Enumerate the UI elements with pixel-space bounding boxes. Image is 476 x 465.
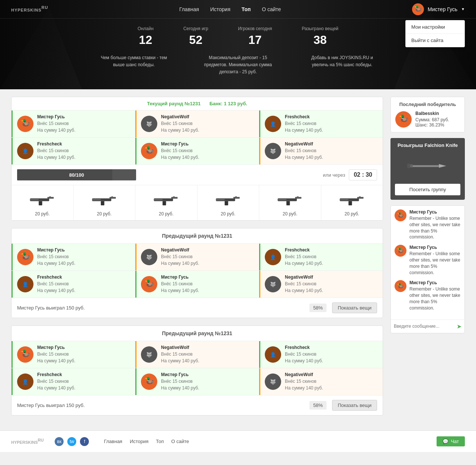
svg-rect-28: [340, 199, 348, 201]
gun-icon: [338, 191, 366, 208]
player-amount: На сумму 140 руб.: [285, 385, 323, 391]
chat-icon: 💬: [443, 439, 448, 444]
avatar: 🐺: [265, 276, 281, 292]
weapon-item[interactable]: 20 руб.: [135, 185, 197, 220]
avatar: 🐺: [141, 249, 157, 265]
svg-rect-12: [163, 201, 166, 205]
player-name: Мистер Гусь: [37, 247, 75, 253]
stats-bar: Онлайн 12 Сегодня игр 52 Игроков сегодня…: [0, 26, 476, 47]
player-skins: Внёс 15 скинов: [285, 147, 323, 154]
winner-sum: Сумма: 687 руб.: [415, 117, 449, 122]
player-card: 🐺 NegativeWolf Внёс 15 скинов На сумму 1…: [135, 244, 259, 270]
username[interactable]: Мистер Гусь: [428, 6, 457, 12]
player-amount: На сумму 140 руб.: [285, 260, 323, 267]
footer: HYPERSKINSRU вк tw f Главная История Топ…: [0, 430, 476, 452]
stat-players: Игроков сегодня 17: [238, 26, 272, 47]
player-card: 🐺 NegativeWolf Внёс 15 скинов На сумму 1…: [259, 138, 383, 164]
vk-icon[interactable]: вк: [55, 437, 64, 446]
show-items-button-2[interactable]: Показать вещи: [332, 400, 377, 411]
weapon-item[interactable]: 20 руб.: [321, 185, 383, 220]
footer-link-top[interactable]: Топ: [156, 439, 164, 444]
weapon-image: [89, 189, 119, 209]
show-items-button-1[interactable]: Показать вещи: [332, 302, 377, 313]
chat-text: Remember - Unlike some other sites, we n…: [409, 251, 461, 276]
weapon-image: [151, 189, 181, 209]
stat-games-today: Сегодня игр 52: [183, 26, 208, 47]
footer-link-home[interactable]: Главная: [104, 439, 122, 444]
avatar: 🦆: [17, 249, 33, 265]
avatar: 🦆: [141, 373, 157, 390]
player-card: 🦆 Мистер Гусь Внёс 15 скинов На сумму 14…: [12, 341, 135, 368]
prev-round-2-title: Предыдущий раунд №1231: [12, 326, 383, 341]
nav-top[interactable]: Топ: [242, 6, 251, 12]
footer-link-about[interactable]: О сайте: [171, 439, 189, 444]
avatar: 🦆: [141, 276, 157, 292]
player-amount: На сумму 140 руб.: [37, 154, 75, 161]
player-card: 🐺 NegativeWolf Внёс 15 скинов На сумму 1…: [135, 110, 259, 137]
weapon-item[interactable]: 20 руб.: [74, 185, 135, 220]
chat-username: Мистер Гусь: [409, 245, 461, 250]
chat-send-button[interactable]: ➤: [457, 323, 461, 330]
footer-logo: HYPERSKINSRU: [11, 438, 44, 445]
avatar: 👤: [265, 249, 281, 265]
player-amount: На сумму 140 руб.: [285, 287, 323, 294]
nav-history[interactable]: История: [210, 6, 230, 12]
giveaway-box: Розыгрыш Falchion Knife Посетить группу: [390, 138, 465, 200]
player-card: 👤 Freshcheck Внёс 15 скинов На сумму 140…: [259, 244, 383, 270]
dropdown-arrow-icon[interactable]: ▼: [461, 7, 465, 11]
progress-label: 80/100: [69, 172, 84, 178]
player-card: 👤 Freshcheck Внёс 15 скинов На сумму 140…: [12, 138, 135, 164]
header: HYPERSKINSRU Главная История Топ О сайте…: [0, 0, 476, 89]
winner-percent: 58%: [309, 401, 327, 410]
gun-icon: [214, 191, 242, 208]
visit-group-button[interactable]: Посетить группу: [395, 184, 460, 195]
player-name: NegativeWolf: [161, 114, 199, 119]
nav-home[interactable]: Главная: [179, 6, 199, 12]
player-name: Freshcheck: [37, 141, 75, 147]
svg-rect-33: [407, 164, 410, 168]
timer-label: или через: [323, 172, 345, 178]
footer-chat-button[interactable]: 💬 Чат: [437, 436, 465, 446]
weapon-item[interactable]: 20 руб.: [259, 185, 321, 220]
twitter-icon[interactable]: tw: [67, 437, 76, 446]
svg-rect-8: [92, 199, 100, 201]
current-round-bank: Банк: 1 123 руб.: [209, 101, 247, 106]
player-amount: На сумму 140 руб.: [285, 127, 323, 134]
svg-rect-19: [235, 196, 237, 198]
avatar: 🐺: [141, 346, 157, 363]
footer-link-history[interactable]: История: [130, 439, 148, 444]
svg-rect-30: [409, 165, 439, 167]
player-name: Freshcheck: [37, 372, 75, 377]
player-card: 🐺 NegativeWolf Внёс 15 скинов На сумму 1…: [259, 368, 383, 395]
player-name: Freshcheck: [285, 114, 323, 119]
winner-chance: Шанс: 36.23%: [415, 122, 449, 128]
chat-messages: 🦆 Мистер Гусь Remember - Unlike some oth…: [391, 206, 464, 320]
avatar: 🐺: [265, 143, 281, 159]
chat-input[interactable]: [394, 323, 457, 330]
avatar: 👤: [17, 143, 33, 159]
stat-online: Онлайн 12: [138, 26, 154, 47]
player-skins: Внёс 15 скинов: [161, 147, 199, 154]
player-name: NegativeWolf: [285, 372, 323, 377]
player-name: NegativeWolf: [285, 141, 323, 147]
player-skins: Внёс 15 скинов: [37, 120, 75, 127]
player-name: NegativeWolf: [161, 345, 199, 350]
nav-about[interactable]: О сайте: [262, 6, 281, 12]
nav-links: Главная История Топ О сайте: [179, 6, 281, 12]
gun-icon: [28, 191, 56, 208]
weapon-price: 20 руб.: [261, 211, 319, 217]
progress-section: 80/100 или через 02 : 30: [12, 164, 383, 185]
weapon-item[interactable]: 20 руб.: [197, 185, 259, 220]
weapon-item[interactable]: 20 руб.: [12, 185, 73, 220]
facebook-icon[interactable]: f: [80, 437, 89, 446]
chat-btn-label: Чат: [451, 439, 459, 444]
gun-icon: [90, 191, 118, 208]
player-card: 🦆 Мистер Гусь Внёс 15 скинов На сумму 14…: [12, 244, 135, 270]
player-skins: Внёс 15 скинов: [161, 120, 199, 127]
player-card: 🦆 Мистер Гусь Внёс 15 скинов На сумму 14…: [135, 368, 259, 395]
player-amount: На сумму 140 руб.: [37, 287, 75, 294]
chat-username: Мистер Гусь: [409, 209, 461, 215]
svg-rect-18: [216, 199, 224, 201]
player-skins: Внёс 15 скинов: [37, 147, 75, 154]
player-amount: На сумму 140 руб.: [285, 154, 323, 161]
